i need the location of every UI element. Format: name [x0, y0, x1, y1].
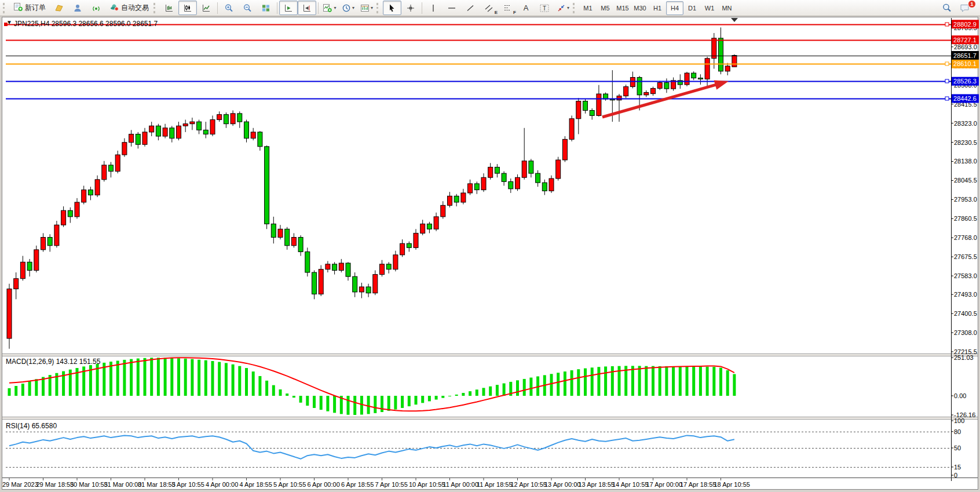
horizontal-line-button[interactable]	[443, 1, 461, 15]
chart-shift-button[interactable]	[298, 1, 316, 15]
svg-text:28802.9: 28802.9	[953, 21, 977, 28]
arrows-icon	[557, 3, 566, 13]
svg-text:28651.7: 28651.7	[953, 52, 977, 59]
date-axis-label: 6 Apr 18:55	[341, 481, 374, 488]
date-axis-label: 31 Mar 00:00	[104, 481, 142, 488]
svg-text:28442.6: 28442.6	[953, 95, 977, 102]
fibonacci-icon	[503, 3, 512, 13]
zoom-in-button[interactable]	[220, 1, 238, 15]
notification-count-badge: 1	[968, 0, 976, 8]
notifications-button[interactable]: 1	[956, 1, 974, 15]
chart-shift-icon	[302, 3, 312, 13]
signals-button[interactable]	[87, 1, 105, 15]
zoom-out-button[interactable]	[238, 1, 257, 15]
timeframe-d1-button[interactable]: D1	[683, 1, 701, 15]
date-axis-label: 18 Apr 10:55	[714, 481, 750, 488]
bar-chart-button[interactable]	[160, 1, 178, 15]
svg-text:28610.1: 28610.1	[953, 60, 977, 67]
cursor-button[interactable]	[383, 1, 401, 15]
zoom-in-icon	[224, 3, 233, 13]
bar-chart-icon	[164, 3, 174, 13]
crosshair-icon	[406, 3, 415, 13]
line-handle[interactable]	[945, 62, 949, 65]
dropdown-caret-icon: ▾	[371, 5, 373, 10]
date-axis-label: 7 Apr 10:55	[375, 481, 408, 488]
toolbar-grip[interactable]	[153, 3, 158, 13]
indicators-button[interactable]: ▾	[320, 1, 339, 15]
dropdown-caret-icon: ▾	[334, 5, 336, 10]
candlestick-chart-button[interactable]	[178, 1, 197, 15]
auto-scroll-button[interactable]	[279, 1, 298, 15]
line-handle[interactable]	[945, 79, 949, 83]
metaeditor-button[interactable]	[50, 1, 68, 15]
svg-text:0: 0	[954, 472, 957, 479]
new-order-icon	[13, 2, 23, 13]
text-label-button[interactable]: T	[535, 1, 554, 15]
date-axis-label: 4 Apr 00:00	[206, 481, 238, 488]
date-axis-label: 29 Mar 18:55	[36, 481, 74, 488]
svg-text:28138.0: 28138.0	[954, 158, 977, 165]
toolbar-separator	[217, 2, 218, 14]
svg-text:27583.0: 27583.0	[954, 272, 977, 279]
new-order-button[interactable]: 新订单	[9, 1, 50, 15]
horizontal-line-icon	[447, 3, 456, 13]
metaeditor-icon	[54, 3, 64, 13]
periods-button[interactable]: ▾	[339, 1, 357, 15]
toolbar-grip[interactable]	[376, 3, 381, 13]
auto-scroll-icon	[284, 3, 293, 13]
crosshair-button[interactable]	[401, 1, 420, 15]
toolbar-grip[interactable]	[3, 3, 8, 13]
svg-text:27860.5: 27860.5	[954, 215, 977, 222]
tile-windows-button[interactable]	[257, 1, 275, 15]
date-axis-label: 6 Apr 00:00	[308, 481, 340, 488]
line-handle[interactable]	[945, 23, 949, 26]
timeframe-mn-button[interactable]: MN	[718, 1, 736, 15]
text-tool-letter: A	[524, 3, 529, 12]
arrows-button[interactable]: ▾	[554, 1, 572, 15]
svg-text:15: 15	[954, 464, 961, 471]
timeframe-h4-button[interactable]: H4	[666, 1, 683, 15]
timeframe-m15-button[interactable]: M15	[614, 1, 631, 15]
template-icon	[360, 3, 370, 13]
line-chart-button[interactable]	[197, 1, 215, 15]
vertical-line-button[interactable]	[424, 1, 443, 15]
svg-text:27308.0: 27308.0	[954, 329, 977, 336]
trendline-button[interactable]	[461, 1, 480, 15]
date-axis-label: 11 Apr 18:55	[477, 481, 513, 488]
text-button[interactable]: A	[517, 1, 535, 15]
equidistant-channel-button[interactable]: E	[480, 1, 498, 15]
svg-text:27675.5: 27675.5	[954, 253, 977, 260]
timeframe-h1-button[interactable]: H1	[649, 1, 666, 15]
svg-text:28045.5: 28045.5	[954, 177, 977, 184]
templates-button[interactable]: ▾	[357, 1, 376, 15]
fibonacci-button[interactable]: F	[498, 1, 517, 15]
vertical-line-icon	[429, 3, 437, 13]
timeframe-m5-button[interactable]: M5	[597, 1, 614, 15]
svg-text:50: 50	[954, 444, 961, 451]
community-button[interactable]	[68, 1, 87, 15]
chart-title: JPN225,H4 28596.3 28656.6 28596.0 28651.…	[14, 20, 158, 28]
autotrading-icon	[109, 2, 119, 13]
svg-text:27493.0: 27493.0	[954, 291, 977, 298]
date-axis-label: 13 Apr 00:00	[544, 481, 580, 488]
person-icon	[73, 3, 82, 13]
autotrading-button[interactable]: 自动交易	[105, 1, 153, 15]
chart-menu-caret-icon[interactable]: ▼	[6, 19, 12, 25]
cursor-arrow-icon	[387, 3, 397, 13]
timeframe-m30-button[interactable]: M30	[631, 1, 649, 15]
date-axis-label: 30 Mar 10:55	[70, 481, 108, 488]
svg-text:28230.5: 28230.5	[954, 139, 977, 146]
date-axis-label: 12 Apr 10:55	[511, 481, 547, 488]
date-axis-label: 11 Apr 00:00	[443, 481, 479, 488]
line-handle[interactable]	[945, 97, 949, 100]
date-axis-label: 29 Mar 2023	[2, 481, 38, 488]
toolbar-grip[interactable]	[573, 3, 577, 13]
clock-icon	[342, 3, 351, 13]
date-axis-label: 17 Apr 18:55	[680, 481, 716, 488]
svg-text:28727.1: 28727.1	[953, 37, 977, 43]
timeframe-w1-button[interactable]: W1	[701, 1, 718, 15]
timeframe-m1-button[interactable]: M1	[579, 1, 597, 15]
date-axis-label: 17 Apr 00:00	[646, 481, 682, 488]
svg-text:27768.0: 27768.0	[954, 234, 977, 241]
search-button[interactable]	[937, 1, 956, 15]
